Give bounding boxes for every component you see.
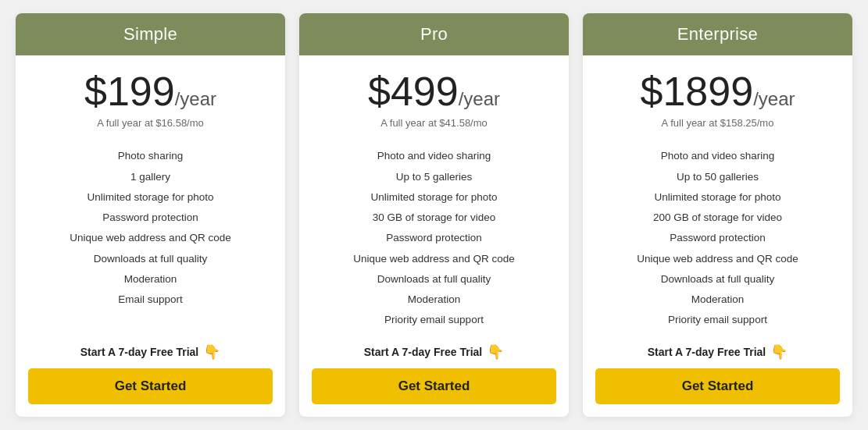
feature-item: Email support xyxy=(28,290,273,310)
feature-item: Unique web address and QR code xyxy=(595,249,840,269)
plan-body-enterprise: $1899/yearA full year at $158.25/moPhoto… xyxy=(583,55,852,416)
feature-item: 30 GB of storage for video xyxy=(312,208,556,228)
trial-icon: 👇 xyxy=(770,343,788,361)
feature-item: Password protection xyxy=(595,228,840,248)
price-monthly-simple: A full year at $16.58/mo xyxy=(28,117,273,129)
trial-text-pro: Start A 7-day Free Trial 👇 xyxy=(312,343,556,361)
plan-body-pro: $499/yearA full year at $41.58/moPhoto a… xyxy=(299,55,569,416)
feature-item: Priority email support xyxy=(595,310,840,330)
trial-text-simple: Start A 7-day Free Trial 👇 xyxy=(28,343,273,361)
price-block-pro: $499/yearA full year at $41.58/mo xyxy=(312,69,556,129)
feature-item: Password protection xyxy=(28,208,273,228)
features-list-enterprise: Photo and video sharingUp to 50 gallerie… xyxy=(595,146,840,330)
feature-item: Unlimited storage for photo xyxy=(312,187,556,208)
feature-item: Photo and video sharing xyxy=(595,146,840,166)
trial-icon: 👇 xyxy=(487,343,504,361)
feature-item: Priority email support xyxy=(312,310,556,330)
plan-header-simple: Simple xyxy=(16,13,285,55)
price-main-enterprise: $1899/year xyxy=(595,69,840,114)
plan-header-enterprise: Enterprise xyxy=(583,13,852,55)
trial-icon: 👇 xyxy=(203,343,220,361)
price-monthly-enterprise: A full year at $158.25/mo xyxy=(595,117,840,129)
plan-card-simple: Simple$199/yearA full year at $16.58/moP… xyxy=(16,13,285,416)
features-list-pro: Photo and video sharingUp to 5 galleries… xyxy=(312,146,556,330)
price-block-simple: $199/yearA full year at $16.58/mo xyxy=(28,69,273,129)
feature-item: Photo sharing xyxy=(28,146,273,166)
feature-item: Downloads at full quality xyxy=(595,269,840,290)
feature-item: Moderation xyxy=(595,290,840,310)
feature-item: Unlimited storage for photo xyxy=(595,187,840,208)
feature-item: Moderation xyxy=(312,290,556,310)
feature-item: Moderation xyxy=(28,269,273,290)
trial-text-enterprise: Start A 7-day Free Trial 👇 xyxy=(595,343,840,361)
feature-item: Unique web address and QR code xyxy=(312,249,556,269)
price-monthly-pro: A full year at $41.58/mo xyxy=(312,117,556,129)
feature-item: Up to 5 galleries xyxy=(312,167,556,187)
features-list-simple: Photo sharing1 galleryUnlimited storage … xyxy=(28,146,273,330)
feature-item: 1 gallery xyxy=(28,167,273,187)
feature-item: 200 GB of storage for video xyxy=(595,208,840,228)
plan-body-simple: $199/yearA full year at $16.58/moPhoto s… xyxy=(16,55,285,416)
feature-item: Downloads at full quality xyxy=(312,269,556,290)
plan-card-pro: Pro$499/yearA full year at $41.58/moPhot… xyxy=(299,13,569,416)
price-main-pro: $499/year xyxy=(312,69,556,114)
plan-header-pro: Pro xyxy=(299,13,569,55)
feature-item: Downloads at full quality xyxy=(28,249,273,269)
price-block-enterprise: $1899/yearA full year at $158.25/mo xyxy=(595,69,840,129)
price-main-simple: $199/year xyxy=(28,69,273,114)
feature-item: Password protection xyxy=(312,228,556,248)
feature-item: Unlimited storage for photo xyxy=(28,187,273,208)
get-started-button-enterprise[interactable]: Get Started xyxy=(595,368,840,404)
feature-item: Up to 50 galleries xyxy=(595,167,840,187)
feature-item: Photo and video sharing xyxy=(312,146,556,166)
get-started-button-simple[interactable]: Get Started xyxy=(28,368,273,404)
feature-item: Unique web address and QR code xyxy=(28,228,273,248)
get-started-button-pro[interactable]: Get Started xyxy=(312,368,556,404)
pricing-container: Simple$199/yearA full year at $16.58/moP… xyxy=(16,13,852,416)
plan-card-enterprise: Enterprise$1899/yearA full year at $158.… xyxy=(583,13,852,416)
